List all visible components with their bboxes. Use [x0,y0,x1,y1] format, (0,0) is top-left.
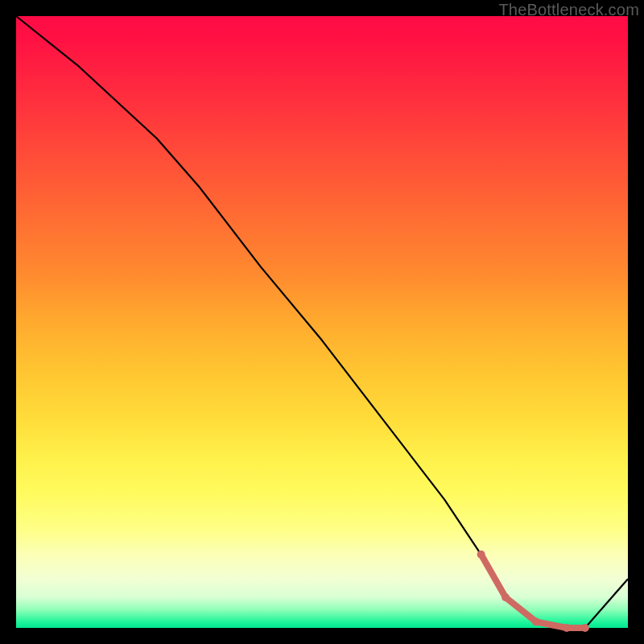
chart-frame: TheBottleneck.com [0,0,644,644]
bottleneck-curve-line [16,16,628,628]
optimal-region-dots [477,551,589,632]
highlight-dot [532,617,540,625]
optimal-region-highlight [481,555,585,628]
highlight-dot [477,551,485,559]
plot-area [16,16,628,628]
highlight-dot [581,624,589,632]
highlight-dot [502,593,510,601]
highlight-dot [563,624,571,632]
chart-overlay [16,16,628,628]
